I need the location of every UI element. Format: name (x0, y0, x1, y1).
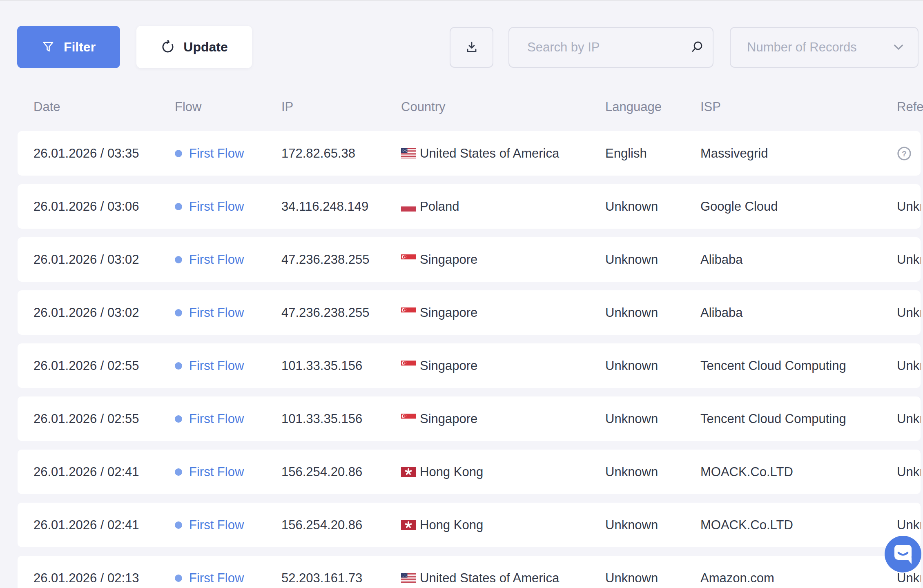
filter-button-label: Filter (64, 40, 96, 55)
table-body: 26.01.2026 / 03:35 First Flow 172.82.65.… (18, 131, 921, 588)
table-row[interactable]: 26.01.2026 / 03:35 First Flow 172.82.65.… (18, 131, 921, 176)
cell-flow: First Flow (175, 305, 281, 320)
cell-flow: First Flow (175, 359, 281, 373)
table-row[interactable]: 26.01.2026 / 03:02 First Flow 47.236.238… (18, 290, 921, 335)
flow-link[interactable]: First Flow (189, 305, 244, 320)
search-icon[interactable] (690, 40, 704, 54)
flow-dot-icon (175, 521, 182, 529)
cell-ip: 172.82.65.38 (281, 146, 401, 161)
chat-widget-button[interactable] (884, 535, 922, 573)
cell-isp: Massivegrid (700, 146, 897, 161)
column-header-isp: ISP (700, 100, 897, 114)
column-header-country: Country (401, 100, 605, 114)
cell-language: Unknown (605, 252, 700, 267)
cell-isp: Tencent Cloud Computing (700, 412, 897, 426)
flow-dot-icon (175, 309, 182, 316)
cell-date: 26.01.2026 / 03:35 (33, 146, 175, 161)
flow-link[interactable]: First Flow (189, 359, 244, 373)
search-input[interactable] (509, 28, 690, 67)
cell-referrer: Unknown (897, 252, 921, 267)
cell-ip: 101.33.35.156 (281, 412, 401, 426)
country-flag-icon (401, 414, 416, 424)
country-name: Singapore (420, 252, 477, 267)
cell-isp: Alibaba (700, 252, 897, 267)
cell-ip: 156.254.20.86 (281, 465, 401, 479)
cell-ip: 34.116.248.149 (281, 199, 401, 214)
cell-ip: 156.254.20.86 (281, 518, 401, 532)
table-row[interactable]: 26.01.2026 / 02:55 First Flow 101.33.35.… (18, 343, 921, 388)
flow-link[interactable]: First Flow (189, 465, 244, 479)
table-row[interactable]: 26.01.2026 / 02:41 First Flow 156.254.20… (18, 450, 921, 494)
cell-country: Hong Kong (401, 518, 605, 532)
country-name: Singapore (420, 305, 477, 320)
cell-date: 26.01.2026 / 02:13 (33, 571, 175, 586)
cell-flow: First Flow (175, 518, 281, 532)
country-flag-icon (401, 148, 416, 158)
download-button[interactable] (450, 27, 493, 68)
referrer-text: Unknown (897, 359, 921, 373)
flow-link[interactable]: First Flow (189, 518, 244, 532)
cell-date: 26.01.2026 / 03:06 (33, 199, 175, 214)
download-icon (464, 40, 479, 55)
table-row[interactable]: 26.01.2026 / 02:41 First Flow 156.254.20… (18, 503, 921, 547)
cell-date: 26.01.2026 / 02:55 (33, 359, 175, 373)
cell-flow: First Flow (175, 199, 281, 214)
country-flag-icon (401, 254, 416, 265)
flow-link[interactable]: First Flow (189, 252, 244, 267)
flow-dot-icon (175, 203, 182, 210)
cell-flow: First Flow (175, 412, 281, 426)
update-button[interactable]: Update (136, 26, 252, 68)
cell-referrer: ? (897, 146, 921, 161)
chevron-down-icon (893, 44, 904, 51)
flow-link[interactable]: First Flow (189, 571, 244, 586)
country-flag-icon (401, 307, 416, 318)
flow-link[interactable]: First Flow (189, 146, 244, 161)
cell-ip: 47.236.238.255 (281, 252, 401, 267)
cell-country: Singapore (401, 359, 605, 373)
cell-country: Singapore (401, 412, 605, 426)
cell-country: Hong Kong (401, 465, 605, 479)
flow-link[interactable]: First Flow (189, 412, 244, 426)
cell-language: English (605, 146, 700, 161)
country-name: Hong Kong (420, 518, 483, 532)
cell-date: 26.01.2026 / 03:02 (33, 252, 175, 267)
flow-dot-icon (175, 362, 182, 370)
referrer-text: Unknown (897, 305, 921, 320)
table-row[interactable]: 26.01.2026 / 03:02 First Flow 47.236.238… (18, 237, 921, 282)
referrer-text: Unknown (897, 252, 921, 267)
filter-button[interactable]: Filter (17, 26, 120, 68)
cell-date: 26.01.2026 / 02:55 (33, 412, 175, 426)
cell-referrer: Unknown (897, 199, 921, 214)
funnel-icon (42, 40, 55, 53)
svg-text:?: ? (902, 149, 907, 158)
cell-language: Unknown (605, 412, 700, 426)
search-box (508, 27, 713, 68)
flow-dot-icon (175, 256, 182, 263)
column-header-ip: IP (281, 100, 401, 114)
cell-isp: Tencent Cloud Computing (700, 359, 897, 373)
cell-referrer: Unknown (897, 518, 921, 532)
referrer-text: Unknown (897, 465, 921, 479)
country-name: Poland (420, 199, 459, 214)
cell-isp: Amazon.com (700, 571, 897, 586)
cell-referrer: Unknown (897, 305, 921, 320)
column-header-language: Language (605, 100, 700, 114)
question-icon[interactable]: ? (897, 146, 912, 161)
flow-dot-icon (175, 150, 182, 157)
table-header: Date Flow IP Country Language ISP Refere… (18, 97, 921, 117)
table-row[interactable]: 26.01.2026 / 02:13 First Flow 52.203.161… (18, 556, 921, 588)
table-row[interactable]: 26.01.2026 / 02:55 First Flow 101.33.35.… (18, 396, 921, 441)
cell-date: 26.01.2026 / 02:41 (33, 518, 175, 532)
cell-ip: 52.203.161.73 (281, 571, 401, 586)
country-name: Singapore (420, 359, 477, 373)
country-name: Singapore (420, 412, 477, 426)
cell-flow: First Flow (175, 146, 281, 161)
records-select[interactable]: Number of Records (730, 27, 919, 68)
flow-link[interactable]: First Flow (189, 199, 244, 214)
table-row[interactable]: 26.01.2026 / 03:06 First Flow 34.116.248… (18, 184, 921, 229)
cell-flow: First Flow (175, 465, 281, 479)
country-flag-icon (401, 361, 416, 371)
cell-country: Poland (401, 199, 605, 214)
refresh-icon (161, 40, 174, 54)
country-name: United States of America (420, 571, 559, 586)
